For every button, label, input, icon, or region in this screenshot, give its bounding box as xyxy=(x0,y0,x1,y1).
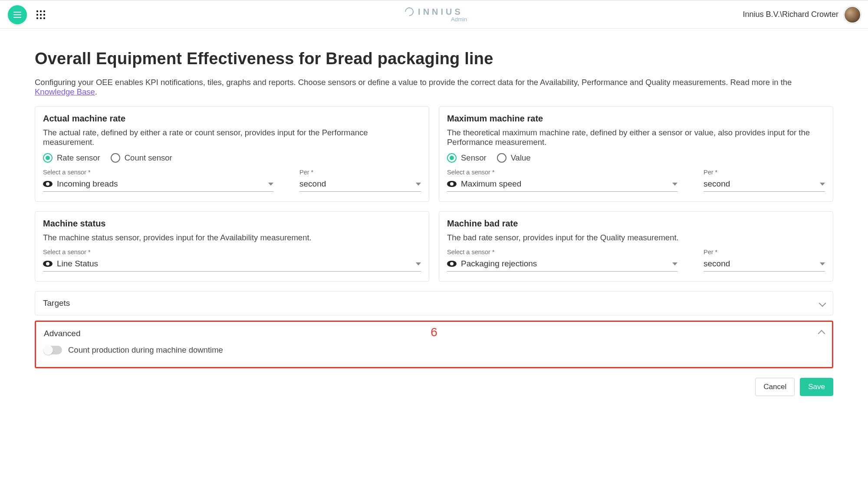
sensor-icon xyxy=(43,261,53,267)
field-label: Select a sensor * xyxy=(43,249,421,255)
field-sensor[interactable]: Select a sensor * Line Status xyxy=(43,249,421,272)
sensor-value: Packaging rejections xyxy=(461,259,537,269)
annotation-number: 6 xyxy=(431,325,437,339)
field-per[interactable]: Per * second xyxy=(299,169,421,192)
card-title: Actual machine rate xyxy=(43,114,421,124)
radio-icon xyxy=(43,153,53,163)
radio-icon xyxy=(447,153,457,163)
form-row: Select a sensor * Maximum speed Per * se… xyxy=(447,169,825,192)
radio-label: Sensor xyxy=(461,153,487,163)
user-name[interactable]: Innius B.V.\Richard Crowter xyxy=(743,10,838,19)
page-title: Overall Equipment Effectiveness for Brea… xyxy=(35,49,833,68)
radio-label: Value xyxy=(511,153,531,163)
sensor-value: Line Status xyxy=(57,259,98,269)
chevron-down-icon xyxy=(819,300,826,307)
topbar-left xyxy=(8,5,45,24)
field-per[interactable]: Per * second xyxy=(704,169,825,192)
card-desc: The bad rate sensor, provides input for … xyxy=(447,233,825,242)
card-bad-rate: Machine bad rate The bad rate sensor, pr… xyxy=(439,211,833,282)
save-button[interactable]: Save xyxy=(800,378,833,396)
field-value: second xyxy=(299,177,421,192)
form-row: Select a sensor * Incoming breads Per * … xyxy=(43,169,421,192)
advanced-title: Advanced xyxy=(44,329,81,338)
per-value: second xyxy=(704,179,730,189)
sensor-icon xyxy=(447,261,457,267)
field-label: Select a sensor * xyxy=(447,249,677,255)
radio-label: Count sensor xyxy=(125,153,172,163)
radio-group-actual: Rate sensor Count sensor xyxy=(43,153,421,163)
radio-sensor[interactable]: Sensor xyxy=(447,153,487,163)
field-label: Per * xyxy=(704,249,825,255)
knowledge-base-link[interactable]: Knowledge Base xyxy=(35,87,95,96)
chevron-down-icon xyxy=(416,262,421,265)
topbar: INNIUS Admin Innius B.V.\Richard Crowter xyxy=(0,1,868,29)
field-value: second xyxy=(704,257,825,272)
accordion-title: Targets xyxy=(43,298,70,308)
toggle-count-production-downtime[interactable] xyxy=(44,346,62,354)
field-value: Incoming breads xyxy=(43,177,273,192)
field-label: Per * xyxy=(704,169,825,176)
field-label: Per * xyxy=(299,169,421,176)
per-value: second xyxy=(299,179,326,189)
per-value: second xyxy=(704,259,730,269)
field-sensor[interactable]: Select a sensor * Maximum speed xyxy=(447,169,677,192)
card-machine-status: Machine status The machine status sensor… xyxy=(35,211,429,282)
radio-group-max: Sensor Value xyxy=(447,153,825,163)
radio-value[interactable]: Value xyxy=(497,153,531,163)
chevron-down-icon xyxy=(672,262,677,265)
toggle-label: Count production during machine downtime xyxy=(68,345,223,355)
brand-text: INNIUS xyxy=(418,7,463,17)
card-actual-rate: Actual machine rate The actual rate, def… xyxy=(35,106,429,202)
intro-post: . xyxy=(95,87,97,96)
hamburger-icon xyxy=(13,12,21,18)
card-desc: The actual rate, defined by either a rat… xyxy=(43,128,421,147)
action-row: Cancel Save xyxy=(35,378,833,396)
field-label: Select a sensor * xyxy=(43,169,273,176)
field-sensor[interactable]: Select a sensor * Packaging rejections xyxy=(447,249,677,272)
chevron-down-icon xyxy=(820,183,825,186)
field-sensor[interactable]: Select a sensor * Incoming breads xyxy=(43,169,273,192)
field-value: Line Status xyxy=(43,257,421,272)
field-per[interactable]: Per * second xyxy=(704,249,825,272)
cards-row-1: Actual machine rate The actual rate, def… xyxy=(35,106,833,202)
cards-row-2: Machine status The machine status sensor… xyxy=(35,211,833,282)
avatar[interactable] xyxy=(845,7,860,23)
chevron-down-icon xyxy=(416,183,421,186)
sensor-value: Maximum speed xyxy=(461,179,521,189)
card-desc: The machine status sensor, provides inpu… xyxy=(43,233,421,242)
radio-icon xyxy=(111,153,120,163)
form-row: Select a sensor * Line Status xyxy=(43,249,421,272)
field-value: Packaging rejections xyxy=(447,257,677,272)
page: Overall Equipment Effectiveness for Brea… xyxy=(0,29,868,413)
brand-logo-icon xyxy=(403,6,415,18)
sensor-icon xyxy=(447,181,457,187)
radio-icon xyxy=(497,153,506,163)
form-row: Select a sensor * Packaging rejections P… xyxy=(447,249,825,272)
radio-rate-sensor[interactable]: Rate sensor xyxy=(43,153,100,163)
sensor-value: Incoming breads xyxy=(57,179,118,189)
intro-pre: Configuring your OEE enables KPI notific… xyxy=(35,78,792,87)
card-title: Machine bad rate xyxy=(447,219,825,229)
card-title: Machine status xyxy=(43,219,421,229)
apps-icon[interactable] xyxy=(36,10,45,19)
chevron-down-icon xyxy=(268,183,273,186)
panel-advanced: 6 Advanced Count production during machi… xyxy=(35,321,833,368)
card-max-rate: Maximum machine rate The theoretical max… xyxy=(439,106,833,202)
field-value: second xyxy=(704,177,825,192)
brand-logo-text: INNIUS xyxy=(405,7,463,17)
topbar-right: Innius B.V.\Richard Crowter xyxy=(743,7,860,23)
radio-label: Rate sensor xyxy=(57,153,100,163)
field-value: Maximum speed xyxy=(447,177,677,192)
cancel-button[interactable]: Cancel xyxy=(755,378,795,396)
chevron-down-icon xyxy=(672,183,677,186)
radio-count-sensor[interactable]: Count sensor xyxy=(111,153,172,163)
brand: INNIUS Admin xyxy=(401,7,467,23)
advanced-body: Count production during machine downtime xyxy=(36,342,832,363)
card-title: Maximum machine rate xyxy=(447,114,825,124)
field-label: Select a sensor * xyxy=(447,169,677,176)
intro-text: Configuring your OEE enables KPI notific… xyxy=(35,78,833,97)
chevron-up-icon xyxy=(818,330,825,337)
sensor-icon xyxy=(43,181,53,187)
accordion-targets[interactable]: Targets xyxy=(35,291,833,315)
menu-button[interactable] xyxy=(8,5,27,24)
